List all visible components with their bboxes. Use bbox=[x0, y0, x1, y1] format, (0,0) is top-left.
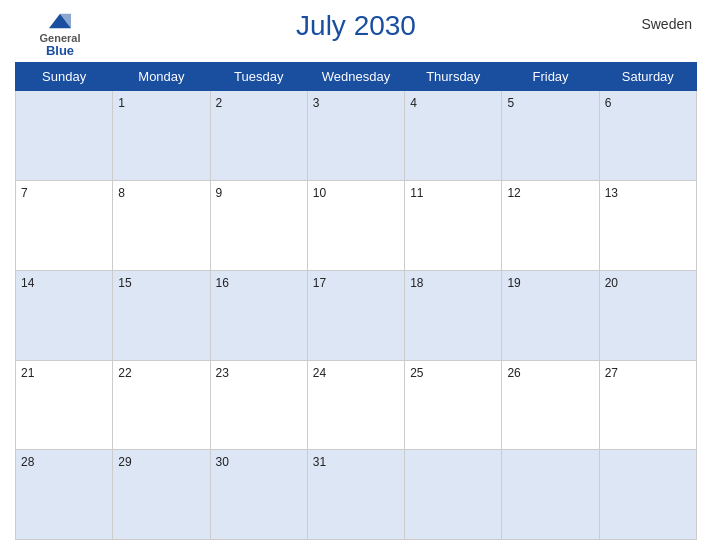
day-number: 1 bbox=[118, 96, 125, 110]
calendar-cell: 2 bbox=[210, 91, 307, 181]
calendar-cell: 4 bbox=[405, 91, 502, 181]
header-thursday: Thursday bbox=[405, 63, 502, 91]
calendar-cell: 9 bbox=[210, 181, 307, 271]
calendar-cell: 16 bbox=[210, 270, 307, 360]
day-number: 9 bbox=[216, 186, 223, 200]
calendar-table: Sunday Monday Tuesday Wednesday Thursday… bbox=[15, 62, 697, 540]
day-number: 17 bbox=[313, 276, 326, 290]
calendar-row: 14151617181920 bbox=[16, 270, 697, 360]
calendar-title: July 2030 bbox=[100, 10, 612, 42]
calendar-cell: 14 bbox=[16, 270, 113, 360]
day-number: 11 bbox=[410, 186, 423, 200]
calendar-cell: 12 bbox=[502, 181, 599, 271]
day-number: 19 bbox=[507, 276, 520, 290]
day-number: 27 bbox=[605, 366, 618, 380]
weekday-header-row: Sunday Monday Tuesday Wednesday Thursday… bbox=[16, 63, 697, 91]
day-number: 23 bbox=[216, 366, 229, 380]
day-number: 20 bbox=[605, 276, 618, 290]
title-area: July 2030 bbox=[100, 10, 612, 42]
calendar-cell: 27 bbox=[599, 360, 696, 450]
calendar-row: 21222324252627 bbox=[16, 360, 697, 450]
day-number: 13 bbox=[605, 186, 618, 200]
day-number: 29 bbox=[118, 455, 131, 469]
calendar-cell bbox=[405, 450, 502, 540]
day-number: 14 bbox=[21, 276, 34, 290]
day-number: 12 bbox=[507, 186, 520, 200]
calendar-cell: 15 bbox=[113, 270, 210, 360]
calendar-cell: 29 bbox=[113, 450, 210, 540]
day-number: 16 bbox=[216, 276, 229, 290]
calendar-cell: 3 bbox=[307, 91, 404, 181]
day-number: 3 bbox=[313, 96, 320, 110]
calendar-cell: 7 bbox=[16, 181, 113, 271]
calendar-cell: 17 bbox=[307, 270, 404, 360]
calendar-cell: 18 bbox=[405, 270, 502, 360]
header-sunday: Sunday bbox=[16, 63, 113, 91]
calendar-row: 123456 bbox=[16, 91, 697, 181]
header-wednesday: Wednesday bbox=[307, 63, 404, 91]
logo: General Blue bbox=[20, 10, 100, 58]
day-number: 28 bbox=[21, 455, 34, 469]
calendar-cell: 11 bbox=[405, 181, 502, 271]
calendar-cell: 22 bbox=[113, 360, 210, 450]
calendar-cell: 13 bbox=[599, 181, 696, 271]
calendar-cell: 1 bbox=[113, 91, 210, 181]
header-friday: Friday bbox=[502, 63, 599, 91]
calendar-cell: 6 bbox=[599, 91, 696, 181]
day-number: 18 bbox=[410, 276, 423, 290]
calendar-row: 28293031 bbox=[16, 450, 697, 540]
calendar-cell: 23 bbox=[210, 360, 307, 450]
day-number: 21 bbox=[21, 366, 34, 380]
calendar-cell: 19 bbox=[502, 270, 599, 360]
day-number: 30 bbox=[216, 455, 229, 469]
day-number: 25 bbox=[410, 366, 423, 380]
calendar-cell: 28 bbox=[16, 450, 113, 540]
day-number: 6 bbox=[605, 96, 612, 110]
page-header: General Blue July 2030 Sweden bbox=[15, 10, 697, 58]
calendar-cell bbox=[502, 450, 599, 540]
calendar-cell: 10 bbox=[307, 181, 404, 271]
header-saturday: Saturday bbox=[599, 63, 696, 91]
calendar-row: 78910111213 bbox=[16, 181, 697, 271]
day-number: 22 bbox=[118, 366, 131, 380]
calendar-cell: 26 bbox=[502, 360, 599, 450]
calendar-cell bbox=[599, 450, 696, 540]
calendar-cell: 5 bbox=[502, 91, 599, 181]
day-number: 5 bbox=[507, 96, 514, 110]
calendar-cell: 21 bbox=[16, 360, 113, 450]
day-number: 15 bbox=[118, 276, 131, 290]
header-monday: Monday bbox=[113, 63, 210, 91]
day-number: 31 bbox=[313, 455, 326, 469]
day-number: 10 bbox=[313, 186, 326, 200]
header-tuesday: Tuesday bbox=[210, 63, 307, 91]
logo-text-blue: Blue bbox=[46, 44, 74, 58]
calendar-cell: 24 bbox=[307, 360, 404, 450]
day-number: 4 bbox=[410, 96, 417, 110]
day-number: 7 bbox=[21, 186, 28, 200]
calendar-cell: 20 bbox=[599, 270, 696, 360]
calendar-cell: 31 bbox=[307, 450, 404, 540]
calendar-cell bbox=[16, 91, 113, 181]
day-number: 26 bbox=[507, 366, 520, 380]
calendar-cell: 30 bbox=[210, 450, 307, 540]
calendar-cell: 8 bbox=[113, 181, 210, 271]
country-label: Sweden bbox=[612, 10, 692, 32]
day-number: 24 bbox=[313, 366, 326, 380]
day-number: 8 bbox=[118, 186, 125, 200]
calendar-cell: 25 bbox=[405, 360, 502, 450]
day-number: 2 bbox=[216, 96, 223, 110]
logo-icon bbox=[45, 10, 75, 32]
